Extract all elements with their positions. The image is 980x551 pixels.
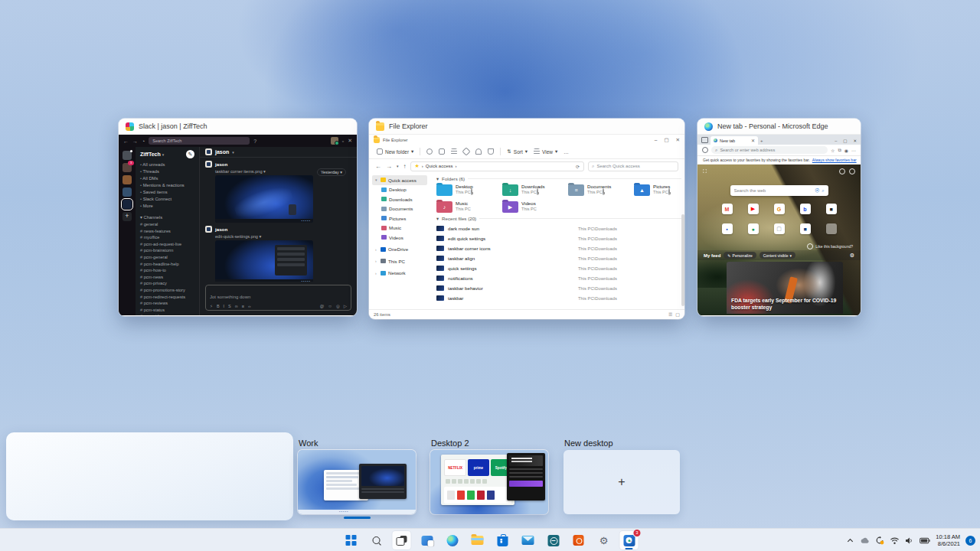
explorer-search-box[interactable]: ⌕ [588, 161, 678, 171]
sync-update-icon[interactable] [875, 536, 884, 545]
channel-item[interactable]: pcm-promotions-story [140, 287, 199, 294]
send-icon[interactable]: ▷ [344, 304, 347, 308]
more-options-button[interactable]: … [564, 149, 569, 155]
tab-close-icon[interactable]: ✕ [751, 138, 755, 143]
back-icon[interactable]: ← [375, 163, 381, 170]
window-close-icon[interactable]: ✕ [348, 138, 352, 144]
channel-item[interactable]: pcm-general [140, 254, 199, 261]
history-forward-icon[interactable]: → [132, 139, 138, 144]
quick-link-site[interactable]: ▪ [722, 223, 733, 234]
channel-item[interactable]: pcm-privacy [140, 280, 199, 287]
sidebar-item-saved[interactable]: Saved items [140, 189, 199, 196]
help-icon[interactable]: ? [253, 139, 256, 144]
mail-taskbar-icon[interactable] [519, 531, 537, 549]
desktop-label-work[interactable]: Work [299, 439, 318, 448]
channel-item[interactable]: myoffice [140, 234, 199, 241]
sidebar-item-music[interactable]: Music [372, 223, 427, 233]
hidden-icons-chevron-icon[interactable] [846, 536, 854, 545]
address-path[interactable]: Quick access [426, 164, 453, 168]
sidebar-item-videos[interactable]: Videos [372, 233, 427, 243]
sidebar-item-mentions[interactable]: Mentions & reactions [140, 182, 199, 189]
channel-item[interactable]: news-features [140, 228, 199, 235]
close-icon[interactable]: ✕ [676, 137, 680, 143]
scrollbar[interactable] [681, 214, 684, 306]
italic-icon[interactable]: I [224, 304, 225, 308]
desktop-thumbnail-work[interactable] [298, 450, 416, 514]
sidebar-item-all-dms[interactable]: All DMs [140, 175, 199, 182]
bold-icon[interactable]: B [217, 304, 220, 308]
favorites-icon[interactable]: ☆ [831, 148, 835, 153]
explorer-search-input[interactable] [596, 164, 675, 168]
mic-icon[interactable]: ◎ [336, 304, 340, 308]
quick-link-site[interactable]: ■ [826, 204, 837, 214]
sidebar-item-downloads[interactable]: Downloads [372, 194, 427, 204]
edge-address-input[interactable] [720, 148, 824, 152]
add-site-tile[interactable] [826, 223, 837, 234]
maximize-icon[interactable]: ▢ [664, 137, 668, 143]
recent-file-row[interactable]: quick settingsThis PC\Downloads [436, 263, 681, 273]
settings-taskbar-icon[interactable]: ⚙ [595, 531, 613, 549]
search-button[interactable] [368, 531, 386, 549]
web-search-box[interactable]: ⦿ ⌕ [730, 185, 828, 196]
user-avatar[interactable] [331, 137, 338, 145]
channels-section-header[interactable]: ▾ Channels [140, 214, 199, 221]
browser-tab-new-tab[interactable]: New tab ✕ [710, 136, 758, 145]
workspace-name[interactable]: ZiffTech ▾ [140, 152, 164, 157]
recent-locations-icon[interactable]: ▾ [397, 164, 399, 168]
settings-gear-icon[interactable] [839, 168, 845, 174]
recent-files-section-header[interactable]: ▾ Recent files (20) [436, 216, 681, 221]
quick-link-youtube[interactable]: ▶ [748, 204, 759, 214]
date-divider[interactable]: Yesterday ▾ [317, 168, 346, 176]
large-icons-view-icon[interactable]: ▢ [675, 311, 680, 317]
workspace-switcher-icon[interactable] [122, 163, 132, 172]
add-workspace-icon[interactable]: + [122, 212, 132, 221]
new-folder-button[interactable]: New folder ▾ [377, 148, 413, 155]
web-search-input[interactable] [734, 188, 813, 193]
channel-item[interactable]: pcm-news [140, 274, 199, 281]
details-view-icon[interactable]: ☰ [668, 311, 672, 317]
quick-link-google[interactable]: G [774, 204, 785, 214]
window-minimize-icon[interactable]: ▫ [342, 139, 344, 144]
emoji-icon[interactable]: ☺ [328, 304, 332, 308]
rename-icon[interactable] [462, 147, 471, 155]
edge-taskbar-icon[interactable] [443, 531, 462, 549]
channel-item[interactable]: pcm-redirect-requests [140, 294, 199, 301]
window-thumbnail-edge[interactable]: New tab - Personal - Microsoft Edge New … [697, 119, 861, 316]
channel-item[interactable]: pcm-ad-request-live [140, 241, 199, 248]
close-icon[interactable]: ✕ [853, 139, 857, 143]
taskbar-clock[interactable]: 10:18 AM 8/6/2021 [936, 533, 960, 547]
profile-avatar-icon[interactable] [849, 168, 855, 174]
maximize-icon[interactable]: ▢ [843, 139, 847, 143]
workspace-switcher-icon-active[interactable] [122, 200, 132, 209]
workspace-switcher-icon[interactable] [122, 187, 132, 197]
sidebar-item-threads[interactable]: Threads [140, 168, 199, 175]
wifi-icon[interactable] [890, 536, 900, 545]
share-icon[interactable] [475, 148, 482, 155]
like-background-prompt[interactable]: Like this background? [807, 243, 853, 249]
news-card[interactable]: FDA targets early September for COVID-19… [727, 262, 843, 314]
mention-icon[interactable]: @ [320, 304, 325, 308]
refresh-icon[interactable] [702, 147, 708, 153]
window-thumbnail-file-explorer[interactable]: File Explorer File Explorer – ▢ ✕ New fo… [369, 119, 684, 319]
cut-icon[interactable] [426, 148, 433, 155]
channel-item[interactable]: pcm-reviews [140, 300, 199, 307]
delete-icon[interactable] [488, 148, 494, 155]
recent-file-row[interactable]: taskbarThis PC\Downloads [436, 293, 681, 303]
search-icon[interactable]: ⌕ [822, 188, 824, 194]
notification-count-badge[interactable]: 6 [965, 536, 975, 546]
widgets-button[interactable] [418, 531, 436, 549]
channel-item[interactable]: pcm-how-to [140, 267, 199, 274]
recent-file-row[interactable]: taskbar corner iconsThis PC\Downloads [436, 243, 681, 253]
ordered-list-icon[interactable]: ≡ [242, 304, 244, 308]
settings-menu-icon[interactable]: ⋯ [851, 148, 856, 153]
quick-link-site[interactable]: ■ [800, 223, 811, 234]
history-clock-icon[interactable]: ◔ [142, 139, 145, 144]
folder-tile-downloads[interactable]: ↓DownloadsThis PC [502, 184, 568, 196]
recent-file-row[interactable]: edit quick settingsThis PC\Downloads [436, 233, 681, 243]
link-icon[interactable]: ∞ [235, 304, 238, 308]
message-image-attachment[interactable] [215, 240, 313, 282]
desktop-label-new[interactable]: New desktop [564, 439, 613, 448]
sidebar-item-onedrive[interactable]: ›OneDrive [372, 245, 427, 255]
sidebar-item-all-unreads[interactable]: All unreads [140, 161, 199, 168]
minimize-icon[interactable]: – [835, 139, 837, 143]
